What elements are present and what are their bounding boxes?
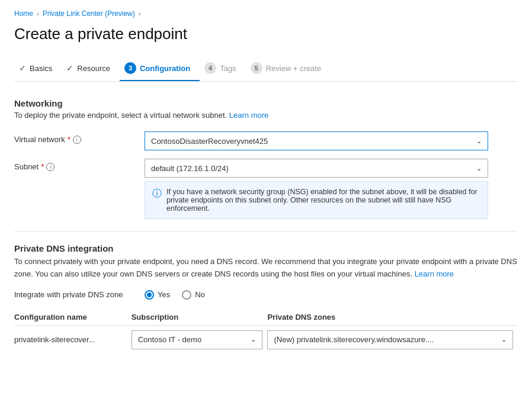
integrate-label: Integrate with private DNS zone bbox=[14, 290, 145, 299]
radio-yes-label: Yes bbox=[158, 290, 170, 299]
virtual-network-value: ContosoDisasterRecoveryvnet425 bbox=[151, 137, 268, 146]
tab-basics[interactable]: ✓ Basics bbox=[14, 59, 62, 80]
virtual-network-label: Virtual network * i bbox=[14, 131, 145, 144]
radio-no-circle bbox=[182, 290, 191, 300]
dns-zone-select[interactable]: (New) privatelink.siterecovery.windowsaz… bbox=[267, 330, 513, 349]
dns-subscription-select[interactable]: Contoso IT - demo ⌄ bbox=[132, 330, 263, 349]
radio-group: Yes No bbox=[145, 290, 205, 300]
private-dns-title: Private DNS integration bbox=[14, 243, 518, 253]
subnet-select[interactable]: default (172.16.1.0/24) ⌄ bbox=[145, 159, 488, 178]
breadcrumb-home[interactable]: Home bbox=[14, 9, 33, 18]
checkmark-resource: ✓ bbox=[66, 63, 73, 73]
subnet-required: * bbox=[41, 162, 44, 171]
breadcrumb-sep-2: › bbox=[139, 10, 141, 17]
dns-zone-chevron: ⌄ bbox=[501, 336, 507, 343]
page-title: Create a private endpoint bbox=[14, 25, 518, 43]
dns-subscription-cell: Contoso IT - demo ⌄ bbox=[132, 325, 268, 354]
integrate-row: Integrate with private DNS zone Yes No bbox=[14, 290, 518, 300]
dns-subscription-chevron: ⌄ bbox=[251, 336, 256, 343]
virtual-network-control: ContosoDisasterRecoveryvnet425 ⌄ bbox=[145, 131, 488, 150]
tab-tags-label: Tags bbox=[220, 64, 236, 73]
radio-no[interactable]: No bbox=[182, 290, 205, 300]
virtual-network-info-icon[interactable]: i bbox=[73, 136, 81, 144]
breadcrumb: Home › Private Link Center (Preview) › bbox=[14, 9, 518, 18]
dns-col-config: Configuration name bbox=[14, 309, 132, 326]
dns-table-row: privatelink-siterecover... Contoso IT - … bbox=[14, 325, 518, 354]
virtual-network-row: Virtual network * i ContosoDisasterRecov… bbox=[14, 131, 518, 150]
dns-subscription-value: Contoso IT - demo bbox=[138, 335, 201, 344]
tab-configuration-label: Configuration bbox=[140, 64, 190, 73]
dns-table-header-row: Configuration name Subscription Private … bbox=[14, 309, 518, 326]
tab-resource[interactable]: ✓ Resource bbox=[62, 59, 120, 80]
tab-resource-label: Resource bbox=[77, 64, 110, 73]
networking-learn-more[interactable]: Learn more bbox=[229, 111, 268, 120]
dns-config-name: privatelink-siterecover... bbox=[14, 325, 132, 354]
dns-col-zones: Private DNS zones bbox=[267, 309, 518, 326]
radio-yes-circle bbox=[145, 290, 154, 300]
radio-no-label: No bbox=[195, 290, 205, 299]
tab-review[interactable]: 5 Review + create bbox=[246, 57, 331, 81]
virtual-network-select[interactable]: ContosoDisasterRecoveryvnet425 ⌄ bbox=[145, 131, 488, 150]
private-dns-desc: To connect privately with your private e… bbox=[14, 256, 518, 281]
subnet-chevron: ⌄ bbox=[476, 165, 482, 172]
virtual-network-chevron: ⌄ bbox=[476, 137, 482, 145]
tab-review-label: Review + create bbox=[266, 64, 322, 73]
section-divider bbox=[14, 231, 518, 232]
tab-num-review: 5 bbox=[251, 62, 262, 74]
networking-title: Networking bbox=[14, 98, 518, 108]
radio-yes[interactable]: Yes bbox=[145, 290, 170, 300]
tab-num-configuration: 3 bbox=[124, 62, 136, 74]
wizard-tabs: ✓ Basics ✓ Resource 3 Configuration 4 Ta… bbox=[14, 57, 518, 82]
breadcrumb-sep-1: › bbox=[37, 10, 39, 17]
subnet-row: Subnet * i default (172.16.1.0/24) ⌄ ⓘ I… bbox=[14, 159, 518, 219]
virtual-network-required: * bbox=[68, 135, 70, 144]
nsg-notice-text: If you have a network security group (NS… bbox=[166, 188, 480, 213]
dns-zone-cell: (New) privatelink.siterecovery.windowsaz… bbox=[267, 325, 518, 354]
subnet-info-icon[interactable]: i bbox=[46, 163, 55, 171]
networking-desc: To deploy the private endpoint, select a… bbox=[14, 111, 518, 120]
tab-configuration[interactable]: 3 Configuration bbox=[120, 57, 200, 81]
tab-basics-label: Basics bbox=[30, 64, 52, 73]
checkmark-basics: ✓ bbox=[19, 63, 26, 73]
subnet-value: default (172.16.1.0/24) bbox=[151, 164, 229, 173]
nsg-info-icon: ⓘ bbox=[152, 188, 162, 200]
tab-num-tags: 4 bbox=[204, 62, 216, 74]
tab-tags[interactable]: 4 Tags bbox=[200, 57, 245, 81]
dns-col-subscription: Subscription bbox=[132, 309, 268, 326]
dns-zone-value: (New) privatelink.siterecovery.windowsaz… bbox=[274, 335, 434, 344]
subnet-label: Subnet * i bbox=[14, 159, 145, 171]
subnet-control: default (172.16.1.0/24) ⌄ ⓘ If you have … bbox=[145, 159, 488, 219]
nsg-notice: ⓘ If you have a network security group (… bbox=[145, 181, 488, 219]
dns-table: Configuration name Subscription Private … bbox=[14, 309, 518, 354]
private-dns-learn-more[interactable]: Learn more bbox=[415, 269, 454, 278]
breadcrumb-parent[interactable]: Private Link Center (Preview) bbox=[43, 9, 135, 18]
